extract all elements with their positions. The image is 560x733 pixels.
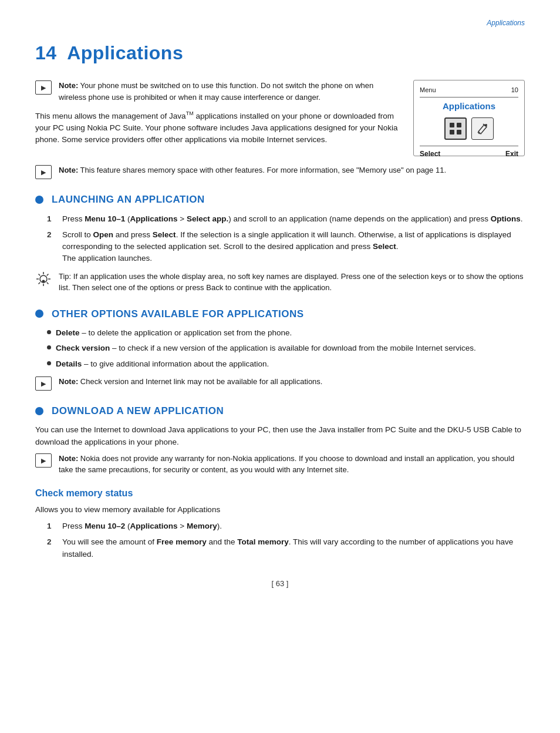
note1-label: Note: [59,81,78,90]
tip-content: If an application uses the whole display… [59,272,524,292]
chapter-number: 14 [35,42,57,63]
phone-menu-header: Menu 10 [420,85,518,97]
section2-title: OTHER OPTIONS AVAILABLE FOR APPLICATIONS [52,307,304,322]
step1-1-text: Press Menu 10–1 (Applications > Select a… [62,213,525,225]
svg-rect-2 [450,130,454,135]
section3-bullet [35,407,43,415]
svg-rect-3 [457,130,461,135]
section3-heading: DOWNLOAD A NEW APPLICATION [35,404,525,419]
sub-intro: Allows you to view memory available for … [35,504,525,516]
sub-step2: 2 You will see the amount of Free memory… [47,536,525,560]
phone-icon-app1 [444,117,467,140]
section1-bullet [35,196,43,204]
phone-menu-title: Applications [420,100,518,113]
sub-step2-num: 2 [47,536,56,548]
step1-2: 2 Scroll to Open and press Select. If th… [47,229,525,265]
top-note-text: Note: Your phone must be switched on to … [35,80,402,156]
svg-line-12 [39,274,41,275]
step1-1-num: 1 [47,213,56,225]
svg-line-15 [39,282,41,284]
section2-note-text: Note: Check version and Internet link ma… [59,376,525,388]
bullet-delete: Delete – to delete the application or ap… [47,327,525,339]
tip-icon [35,271,52,292]
section3-intro: You can use the Internet to download Jav… [35,424,525,448]
intro-paragraph: This menu allows the management of JavaT… [35,110,402,146]
phone-select: Select [420,149,440,159]
section3-note-label: Note: [59,454,78,463]
section2-heading: OTHER OPTIONS AVAILABLE FOR APPLICATIONS [35,307,525,322]
section1-heading: LAUNCHING AN APPLICATION [35,192,525,207]
bullet-checkversion-text: Check version – to check if a new versio… [56,342,476,354]
note2-text: Note: This feature shares memory space w… [59,164,525,176]
phone-icon-app2 [471,117,494,140]
bullet-details-text: Details – to give additional information… [56,358,269,370]
sub-step2-text: You will see the amount of Free memory a… [62,536,525,560]
section1-steps: 1 Press Menu 10–1 (Applications > Select… [47,213,525,265]
pen-icon-svg [476,122,489,135]
note2-block: Note: This feature shares memory space w… [35,164,525,179]
phone-ui: Menu 10 Applications [413,80,525,156]
svg-line-13 [47,282,49,284]
tip-text: Tip: If an application uses the whole di… [59,271,525,294]
phone-exit: Exit [505,149,518,159]
step1-2-text: Scroll to Open and press Select. If the … [62,229,525,265]
step1-2-num: 2 [47,229,56,241]
section2-note-content: Check version and Internet link may not … [80,377,323,386]
step1-1: 1 Press Menu 10–1 (Applications > Select… [47,213,525,225]
section1-title: LAUNCHING AN APPLICATION [52,192,205,207]
svg-rect-1 [457,123,461,127]
page-header: Applications [35,18,525,28]
svg-line-14 [47,274,49,275]
phone-menu-number: 10 [511,85,518,95]
note1-text: Note: Your phone must be switched on to … [59,80,402,103]
section2-note-icon [35,376,52,391]
sub-step1-num: 1 [47,520,56,532]
section2-note-label: Note: [59,377,78,386]
chapter-title-text: Applications [67,42,183,63]
bullet-dot-1 [47,330,51,334]
bullet-dot-3 [47,361,51,365]
section3-note-text: Note: Nokia does not provide any warrant… [59,453,525,476]
bullet-dot-2 [47,345,51,349]
bullet-details: Details – to give additional information… [47,358,525,370]
phone-icons [420,117,518,140]
note2-label: Note: [59,166,78,174]
header-text: Applications [487,19,525,27]
bullet-delete-text: Delete – to delete the application or ap… [56,327,292,339]
sub-steps: 1 Press Menu 10–2 (Applications > Memory… [47,520,525,560]
app-icon-svg [448,122,463,136]
note1-content: Your phone must be switched on to use th… [59,81,373,102]
section3-note-icon [35,453,52,468]
svg-point-16 [42,280,45,283]
top-section: Note: Your phone must be switched on to … [35,80,525,156]
section3-note-content: Nokia does not provide any warranty for … [59,454,514,475]
section2-bullet [35,310,43,318]
sub-heading: Check memory status [35,486,525,500]
note1-block: Note: Your phone must be switched on to … [35,80,402,103]
section2-bullets: Delete – to delete the application or ap… [47,327,525,370]
phone-soft-keys: Select Exit [420,146,518,159]
page-number: [ 63 ] [272,579,289,588]
sub-step1-text: Press Menu 10–2 (Applications > Memory). [62,520,525,532]
section3-title: DOWNLOAD A NEW APPLICATION [52,404,224,419]
chapter-title: 14 Applications [35,39,525,67]
note1-icon [35,80,52,95]
note2-content: This feature shares memory space with ot… [80,166,446,174]
svg-point-6 [485,124,487,126]
phone-menu-label: Menu [420,85,436,95]
section2-note-block: Note: Check version and Internet link ma… [35,376,525,391]
tip-label: Tip: [59,272,71,281]
svg-rect-0 [450,123,454,127]
bullet-checkversion: Check version – to check if a new versio… [47,342,525,354]
tip-sun-icon [35,271,52,287]
tip-block: Tip: If an application uses the whole di… [35,271,525,294]
sub-step1: 1 Press Menu 10–2 (Applications > Memory… [47,520,525,532]
section3-note-block: Note: Nokia does not provide any warrant… [35,453,525,476]
page-footer: [ 63 ] [35,578,525,590]
note2-icon [35,165,52,179]
